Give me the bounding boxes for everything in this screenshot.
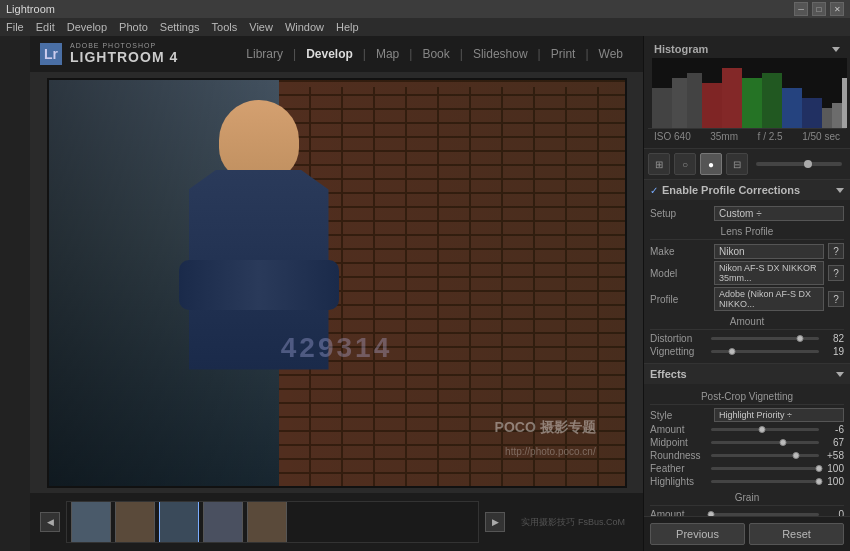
effects-title: Effects (650, 368, 832, 380)
model-info-btn[interactable]: ? (828, 265, 844, 281)
profile-label: Profile (650, 294, 710, 305)
effects-amount-slider[interactable] (711, 428, 819, 431)
lr-logo: Lr ADOBE PHOTOSHOP LIGHTROOM 4 (40, 42, 177, 65)
svg-rect-9 (822, 108, 832, 128)
filmstrip-next[interactable]: ▶ (485, 512, 505, 532)
menu-window[interactable]: Window (285, 21, 324, 33)
histogram-info: ISO 640 35mm f / 2.5 1/50 sec (648, 128, 846, 144)
tab-slideshow[interactable]: Slideshow (463, 43, 538, 65)
person-area (169, 100, 349, 480)
setup-label: Setup (650, 208, 710, 219)
photo-image: 429314 POCO 摄影专题 http://photo.poco.cn/ (49, 80, 625, 486)
tool-row: ⊞ ○ ● ⊟ (644, 148, 850, 180)
poco-text1: POCO 摄影专题 (495, 419, 596, 437)
roundness-slider[interactable] (711, 454, 819, 457)
effects-content: Post-Crop Vignetting Style Highlight Pri… (644, 384, 850, 516)
maximize-button[interactable]: □ (812, 2, 826, 16)
reset-button[interactable]: Reset (749, 523, 844, 545)
style-dropdown[interactable]: Highlight Priority ÷ (714, 408, 844, 422)
tab-book[interactable]: Book (412, 43, 459, 65)
filmstrip-thumb-4[interactable] (203, 501, 243, 543)
tab-print[interactable]: Print (541, 43, 586, 65)
lens-correction-title: Enable Profile Corrections (662, 184, 832, 196)
vignetting-row: Vignetting 19 (650, 346, 844, 357)
menu-help[interactable]: Help (336, 21, 359, 33)
lens-correction-expand[interactable] (836, 188, 844, 193)
distortion-thumb (796, 335, 803, 342)
previous-button[interactable]: Previous (650, 523, 745, 545)
lens-correction-section: ✓ Enable Profile Corrections Setup Custo… (644, 180, 850, 364)
redeye-tool[interactable]: ● (700, 153, 722, 175)
midpoint-thumb (780, 439, 787, 446)
menu-view[interactable]: View (249, 21, 273, 33)
make-info-btn[interactable]: ? (828, 243, 844, 259)
effects-amount-value: -6 (822, 424, 844, 435)
tab-map[interactable]: Map (366, 43, 409, 65)
roundness-thumb (793, 452, 800, 459)
module-tabs: Library | Develop | Map | Book | Slidesh… (236, 43, 633, 65)
right-panel-scroll[interactable]: ✓ Enable Profile Corrections Setup Custo… (644, 180, 850, 516)
grain-amount-slider[interactable] (711, 513, 819, 516)
right-panel: Histogram (643, 36, 850, 551)
lens-correction-check[interactable]: ✓ (650, 185, 658, 196)
roundness-label: Roundness (650, 450, 708, 461)
tab-library[interactable]: Library (236, 43, 293, 65)
tab-web[interactable]: Web (589, 43, 633, 65)
graduated-filter-tool[interactable]: ⊟ (726, 153, 748, 175)
strip-watermark: 实用摄影技巧 FsBus.CoM (511, 514, 633, 531)
tab-develop[interactable]: Develop (296, 43, 363, 65)
profile-row: Profile Adobe (Nikon AF-S DX NIKKO... ? (650, 287, 844, 311)
spot-removal-tool[interactable]: ○ (674, 153, 696, 175)
midpoint-slider[interactable] (711, 441, 819, 444)
poco-url: http://photo.poco.cn/ (505, 446, 596, 457)
highlights-slider[interactable] (711, 480, 819, 483)
filmstrip-prev[interactable]: ◀ (40, 512, 60, 532)
grain-amount-value: 0 (822, 509, 844, 516)
center-area: Lr ADOBE PHOTOSHOP LIGHTROOM 4 Library |… (30, 36, 643, 551)
effects-header[interactable]: Effects (644, 364, 850, 384)
vignetting-slider[interactable] (711, 350, 819, 353)
close-button[interactable]: ✕ (830, 2, 844, 16)
filmstrip-thumb-5[interactable] (247, 501, 287, 543)
model-row: Model Nikon AF-S DX NIKKOR 35mm... ? (650, 261, 844, 285)
lens-profile-title: Lens Profile (650, 223, 844, 240)
midpoint-row: Midpoint 67 (650, 437, 844, 448)
setup-dropdown[interactable]: Custom ÷ (714, 206, 844, 221)
make-label: Make (650, 246, 710, 257)
profile-info-btn[interactable]: ? (828, 291, 844, 307)
amount-row: Amount -6 (650, 424, 844, 435)
effects-expand[interactable] (836, 372, 844, 377)
menu-develop[interactable]: Develop (67, 21, 107, 33)
make-dropdown[interactable]: Nikon (714, 244, 824, 259)
menu-photo[interactable]: Photo (119, 21, 148, 33)
lens-value: 35mm (710, 131, 738, 142)
midpoint-value: 67 (822, 437, 844, 448)
highlights-value: 100 (822, 476, 844, 487)
profile-dropdown[interactable]: Adobe (Nikon AF-S DX NIKKO... (714, 287, 824, 311)
filmstrip-scroll[interactable] (66, 501, 479, 543)
distortion-slider[interactable] (711, 337, 819, 340)
menu-tools[interactable]: Tools (212, 21, 238, 33)
style-row: Style Highlight Priority ÷ (650, 408, 844, 422)
menu-file[interactable]: File (6, 21, 24, 33)
histogram-expand-icon[interactable] (832, 47, 840, 52)
svg-rect-6 (762, 73, 782, 128)
head (219, 100, 299, 180)
minimize-button[interactable]: ─ (794, 2, 808, 16)
tool-slider[interactable] (756, 162, 842, 166)
shutter-value: 1/50 sec (802, 131, 840, 142)
filmstrip-thumb-1[interactable] (71, 501, 111, 543)
crop-tool[interactable]: ⊞ (648, 153, 670, 175)
menu-edit[interactable]: Edit (36, 21, 55, 33)
svg-rect-2 (687, 73, 702, 128)
feather-slider[interactable] (711, 467, 819, 470)
distortion-row: Distortion 82 (650, 333, 844, 344)
lens-correction-header[interactable]: ✓ Enable Profile Corrections (644, 180, 850, 200)
filmstrip-thumb-3[interactable] (159, 501, 199, 543)
model-dropdown[interactable]: Nikon AF-S DX NIKKOR 35mm... (714, 261, 824, 285)
menu-settings[interactable]: Settings (160, 21, 200, 33)
grain-title: Grain (650, 489, 844, 506)
top-nav: Lr ADOBE PHOTOSHOP LIGHTROOM 4 Library |… (30, 36, 643, 72)
filmstrip-thumb-2[interactable] (115, 501, 155, 543)
arms (179, 260, 339, 310)
